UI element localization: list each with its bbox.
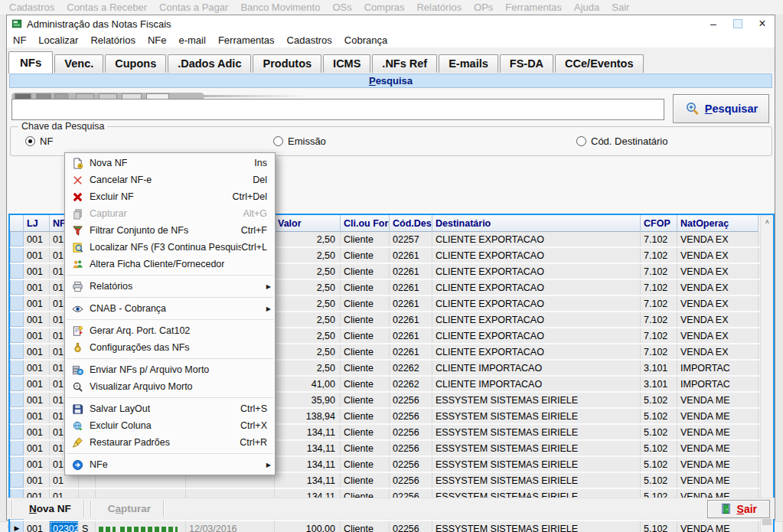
row-indicator[interactable]: [10, 377, 24, 391]
sair-button[interactable]: Sair: [713, 502, 765, 516]
cell-cfop[interactable]: 3.101: [641, 361, 677, 375]
menu-item-visualizar-arquivo-morto[interactable]: Visualizar Arquivo Morto: [65, 378, 275, 395]
cell-cli[interactable]: Cliente: [341, 280, 390, 295]
radio-cod-destinatario[interactable]: Cód. Destinatário: [576, 135, 667, 147]
cell-emissao[interactable]: 12/03/2016: [186, 521, 275, 532]
cell-natop[interactable]: VENDA EX: [677, 344, 759, 359]
cell-dest[interactable]: ESSYSTEM SISTEMAS EIRIELE: [432, 393, 641, 407]
cell-natop[interactable]: VENDA EX: [677, 296, 759, 311]
menu-item-filtrar-conjunto-de-nfs[interactable]: Filtrar Conjunto de NFsCtrl+F: [65, 222, 275, 239]
cell-natop[interactable]: VENDA EX: [677, 328, 759, 343]
menu-item-altera-ficha-cliente-fornecedor[interactable]: Altera Ficha Cliente/Fornecedor: [65, 256, 275, 273]
menu-item-nfe[interactable]: NFe▶: [65, 456, 275, 473]
bg-menu-item-oss[interactable]: OSs: [326, 2, 357, 13]
col-header-valor[interactable]: Valor: [275, 215, 341, 232]
cell-valor[interactable]: 2,50: [275, 328, 341, 343]
cell-cfop[interactable]: 5.102: [641, 457, 677, 472]
menubar-item-nfe[interactable]: NFe: [142, 33, 173, 47]
cell-lj[interactable]: 001: [24, 248, 50, 263]
cell-cod[interactable]: 02256: [390, 425, 432, 439]
cell-cli[interactable]: Cliente: [341, 457, 390, 472]
cell-dest[interactable]: ESSYSTEM SISTEMAS EIRIELE: [432, 409, 641, 423]
col-header-natop[interactable]: NatOperaç: [677, 215, 759, 232]
cell-valor[interactable]: 134,11: [275, 441, 341, 455]
grid-row[interactable]: ▶00102302S12/03/2016100,00Cliente02256ES…: [10, 521, 760, 532]
row-indicator[interactable]: [10, 312, 24, 327]
menu-item-localizar-nfs-f3-continua-pesquisa[interactable]: Localizar NFs (F3 Continua Pesquisa)Ctrl…: [65, 239, 275, 256]
menu-item-cnab-cobranca[interactable]: CNAB - Cobrança▶: [65, 300, 275, 317]
row-indicator[interactable]: ▶: [10, 521, 24, 532]
cell-cfop[interactable]: 3.101: [641, 377, 677, 391]
scroll-up-arrow[interactable]: ˄: [761, 215, 774, 228]
bg-menu-item-ferramentas[interactable]: Ferramentas: [499, 2, 568, 13]
cell-cli[interactable]: Cliente: [341, 441, 390, 455]
cell-valor[interactable]: 138,94: [275, 409, 341, 423]
menubar-item-localizar[interactable]: Localizar: [32, 33, 84, 47]
cell-cod[interactable]: 02261: [390, 344, 432, 359]
row-indicator[interactable]: [10, 393, 24, 407]
cell-nf[interactable]: 02302: [50, 521, 79, 532]
tab-produtos[interactable]: Produtos: [253, 54, 321, 73]
bg-menu-item-ops[interactable]: OPs: [468, 2, 499, 13]
cell-lj[interactable]: 001: [24, 377, 50, 391]
cell-dest[interactable]: CLIENTE IMPORTACAO: [432, 361, 641, 375]
cell-cfop[interactable]: 5.102: [641, 409, 677, 423]
cell-cod[interactable]: 02261: [390, 328, 432, 343]
cell-valor[interactable]: 134,11: [275, 457, 341, 472]
cell-cfop[interactable]: 7.102: [641, 232, 677, 246]
cell-dest[interactable]: CLIENTE EXPORTACAO: [432, 328, 641, 343]
bg-menu-item-contas-a-pagar[interactable]: Contas a Pagar: [153, 2, 234, 13]
cell-cli[interactable]: Cliente: [341, 264, 390, 279]
cell-lj[interactable]: 001: [24, 361, 50, 375]
cell-valor[interactable]: 2,50: [275, 312, 341, 327]
cell-natop[interactable]: VENDA ME: [677, 425, 759, 439]
row-indicator[interactable]: [10, 361, 24, 375]
cell-lj[interactable]: 001: [24, 344, 50, 359]
cell-cli[interactable]: Cliente: [341, 377, 390, 391]
row-indicator[interactable]: [10, 409, 24, 423]
tab-e-mails[interactable]: E-mails: [439, 54, 498, 73]
cell-natop[interactable]: VENDA EX: [677, 248, 759, 263]
menu-item-gerar-arq-port-cat102[interactable]: Gerar Arq. Port. Cat102: [65, 322, 275, 339]
cell-cli[interactable]: Cliente: [341, 361, 390, 375]
cell-cod[interactable]: 02261: [390, 280, 432, 295]
menu-item-capturar[interactable]: CapturarAlt+G: [65, 205, 275, 222]
cell-natop[interactable]: VENDA EX: [677, 232, 759, 246]
row-indicator[interactable]: [10, 457, 24, 472]
cell-cfop[interactable]: 7.102: [641, 312, 677, 327]
cell-natop[interactable]: VENDA ME: [677, 393, 759, 407]
cell-cfop[interactable]: 7.102: [641, 328, 677, 343]
cell-cli[interactable]: Cliente: [341, 248, 390, 263]
menubar-item-cobranca[interactable]: Cobrança: [338, 33, 393, 47]
col-header-cli[interactable]: Cli.ou Forn.?: [341, 215, 390, 232]
bg-menu-item-ajuda[interactable]: Ajuda: [568, 2, 605, 13]
tab-cce-eventos[interactable]: CCe/Eventos: [555, 54, 643, 73]
tab-dados-adic[interactable]: .Dados Adic: [168, 54, 251, 73]
cell-natop[interactable]: VENDA ME: [677, 457, 759, 472]
cell-cli[interactable]: Cliente: [341, 409, 390, 423]
nova-nf-button[interactable]: Nova NF: [18, 501, 77, 516]
cell-cfop[interactable]: 7.102: [641, 264, 677, 279]
cell-lj[interactable]: 001: [24, 280, 50, 295]
cell-lj[interactable]: 001: [24, 264, 50, 279]
menubar-item-nf[interactable]: NF: [7, 33, 32, 47]
menu-item-nova-nf[interactable]: Nova NFIns: [65, 155, 275, 171]
tab-venc[interactable]: Venc.: [54, 54, 103, 73]
cell-lj[interactable]: 001: [24, 409, 50, 423]
cell-lj[interactable]: 001: [24, 457, 50, 472]
cell-cod[interactable]: 02261: [390, 312, 432, 327]
col-header-lj[interactable]: LJ: [24, 215, 50, 232]
menubar-item-ferramentas[interactable]: Ferramentas: [212, 33, 281, 47]
row-indicator[interactable]: [10, 328, 24, 343]
title-bar[interactable]: Administração das Notas Fiscais – ×: [7, 15, 775, 32]
menubar-item-e-mail[interactable]: e-mail: [172, 33, 211, 47]
cell-lj[interactable]: 001: [24, 312, 50, 327]
menu-item-restaurar-padroes[interactable]: Restaurar PadrõesCtrl+R: [65, 434, 275, 451]
cell-valor[interactable]: 2,50: [275, 264, 341, 279]
menu-item-cancelar-nf-e[interactable]: Cancelar NF-eDel: [65, 171, 275, 188]
pesquisar-button[interactable]: Pesquisar: [673, 94, 769, 123]
search-input[interactable]: [11, 99, 664, 120]
bg-menu-item-relatorios[interactable]: Relatórios: [410, 2, 468, 13]
menu-item-excluir-nf[interactable]: Excluir NFCtrl+Del: [65, 188, 275, 205]
menu-item-salvar-layout[interactable]: Salvar LayOutCtrl+S: [65, 400, 275, 417]
